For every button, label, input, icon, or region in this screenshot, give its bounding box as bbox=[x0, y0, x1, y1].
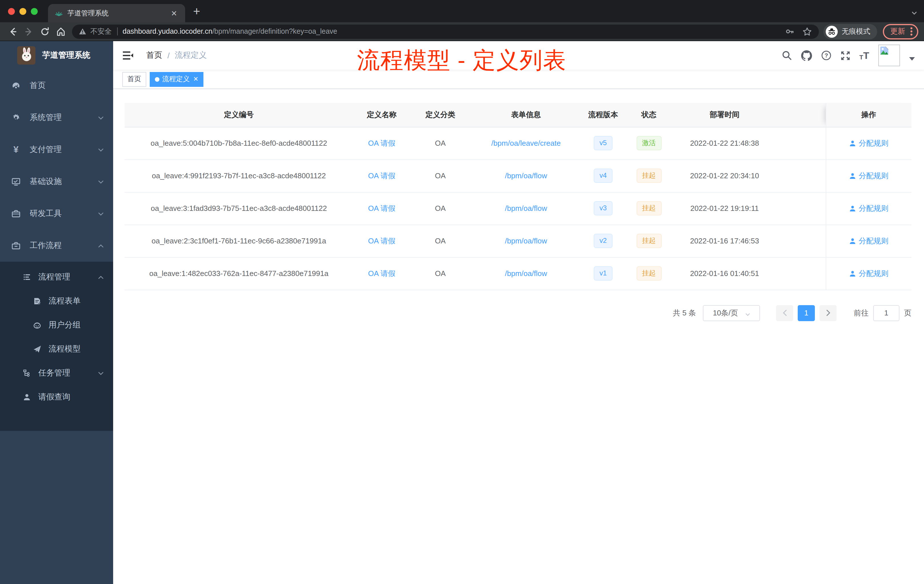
search-icon[interactable] bbox=[782, 50, 792, 61]
sidebar-collapse-icon[interactable] bbox=[122, 50, 134, 61]
chevron-up-icon bbox=[98, 243, 104, 249]
breadcrumb-separator: / bbox=[167, 51, 170, 60]
col-status: 状态 bbox=[625, 103, 673, 127]
assign-rule-button[interactable]: 分配规则 bbox=[849, 203, 889, 213]
sidebar-item-task-management[interactable]: 任务管理 bbox=[0, 361, 113, 385]
sidebar-item-process-model[interactable]: 流程模型 bbox=[0, 337, 113, 361]
window-zoom-button[interactable] bbox=[31, 8, 38, 15]
breadcrumb-home-link[interactable]: 首页 bbox=[146, 50, 162, 61]
sidebar-item-label: 首页 bbox=[30, 81, 46, 91]
sidebar-item-payment[interactable]: ¥ 支付管理 bbox=[0, 134, 113, 166]
assign-rule-button[interactable]: 分配规则 bbox=[849, 268, 889, 279]
sidebar-logo[interactable]: 芋道管理系统 bbox=[0, 41, 113, 70]
sidebar-item-label: 任务管理 bbox=[38, 368, 70, 378]
definition-name-link[interactable]: OA 请假 bbox=[368, 171, 395, 180]
pagination-total: 共 5 条 bbox=[673, 308, 696, 318]
sidebar-item-user-group[interactable]: 用户分组 bbox=[0, 313, 113, 337]
gear-icon bbox=[12, 113, 21, 122]
tag-home[interactable]: 首页 bbox=[122, 72, 146, 87]
tree-icon bbox=[23, 369, 31, 377]
browser-update-button[interactable]: 更新 bbox=[883, 24, 918, 39]
new-tab-button[interactable]: + bbox=[193, 0, 200, 22]
annotation-title: 流程模型 - 定义列表 bbox=[357, 45, 566, 76]
definition-name-link[interactable]: OA 请假 bbox=[368, 204, 395, 212]
gutter-cell bbox=[776, 159, 826, 192]
definition-name-link[interactable]: OA 请假 bbox=[368, 139, 395, 147]
assign-rule-button[interactable]: 分配规则 bbox=[849, 138, 889, 148]
svg-text:?: ? bbox=[825, 52, 828, 59]
sidebar-item-process-form[interactable]: 流程表单 bbox=[0, 289, 113, 313]
tag-process-definition[interactable]: 流程定义 ✕ bbox=[150, 72, 203, 87]
monitor-icon bbox=[12, 177, 21, 186]
sidebar-item-workflow[interactable]: 工作流程 bbox=[0, 230, 113, 262]
sidebar-item-label: 用户分组 bbox=[49, 320, 81, 330]
sidebar-item-label: 研发工具 bbox=[30, 209, 62, 219]
version-badge: v2 bbox=[594, 233, 612, 248]
chevron-down-icon bbox=[745, 310, 750, 315]
definition-name-link[interactable]: OA 请假 bbox=[368, 236, 395, 245]
deploy-time: 2022-01-22 19:19:11 bbox=[673, 192, 776, 224]
back-icon[interactable] bbox=[5, 24, 21, 39]
status-badge: 挂起 bbox=[636, 266, 662, 280]
sidebar-item-label: 系统管理 bbox=[30, 112, 62, 123]
form-info-link[interactable]: /bpm/oa/leave/create bbox=[492, 139, 561, 147]
chevron-down-icon bbox=[98, 370, 104, 376]
prev-page-button[interactable] bbox=[776, 305, 793, 321]
chevron-right-icon bbox=[825, 310, 831, 316]
tab-close-icon[interactable]: ✕ bbox=[168, 9, 180, 17]
sidebar-item-devtools[interactable]: 研发工具 bbox=[0, 198, 113, 230]
version-badge: v5 bbox=[594, 136, 612, 150]
page-unit-label: 页 bbox=[904, 308, 911, 318]
yen-icon: ¥ bbox=[12, 145, 21, 154]
pagination: 共 5 条 10条/页 1 前往 页 bbox=[125, 305, 911, 321]
chevron-down-icon bbox=[98, 147, 104, 153]
table-header-row: 定义编号 定义名称 定义分类 表单信息 流程版本 状态 部署时间 操作 bbox=[125, 103, 911, 127]
not-secure-warning-icon[interactable] bbox=[79, 28, 86, 35]
password-key-icon[interactable] bbox=[785, 27, 794, 36]
sidebar-item-label: 流程模型 bbox=[49, 344, 81, 354]
form-info-link[interactable]: /bpm/oa/flow bbox=[505, 204, 547, 213]
browser-tab[interactable]: 芋道管理系统 ✕ bbox=[48, 4, 185, 22]
forward-icon[interactable] bbox=[21, 24, 36, 39]
form-info-link[interactable]: /bpm/oa/flow bbox=[505, 237, 547, 245]
reload-icon[interactable] bbox=[36, 24, 53, 39]
goto-page-input[interactable] bbox=[873, 305, 899, 321]
sidebar-item-process-management[interactable]: 流程管理 bbox=[0, 265, 113, 289]
assign-rule-button[interactable]: 分配规则 bbox=[849, 236, 889, 246]
page-size-select[interactable]: 10条/页 bbox=[703, 305, 760, 321]
home-icon[interactable] bbox=[53, 24, 69, 39]
avatar-caret-icon[interactable] bbox=[909, 57, 915, 61]
fullscreen-icon[interactable] bbox=[841, 51, 850, 60]
font-size-icon[interactable]: TT bbox=[860, 51, 869, 60]
version-badge: v3 bbox=[594, 201, 612, 215]
sidebar-item-leave-query[interactable]: 请假查询 bbox=[0, 385, 113, 409]
window-minimize-button[interactable] bbox=[20, 8, 26, 15]
address-bar[interactable]: 不安全 dashboard.yudao.iocoder.cn/bpm/manag… bbox=[72, 24, 819, 39]
sidebar-item-system[interactable]: 系统管理 bbox=[0, 102, 113, 134]
help-icon[interactable]: ? bbox=[821, 50, 832, 61]
robot-face-icon bbox=[33, 321, 41, 329]
tag-close-icon[interactable]: ✕ bbox=[193, 76, 198, 82]
tab-search-chevron-icon[interactable] bbox=[911, 8, 917, 14]
table-row: oa_leave:5:004b710b-7b8a-11ec-8ef0-acde4… bbox=[125, 127, 911, 159]
broken-image-icon bbox=[880, 46, 889, 55]
form-info-link[interactable]: /bpm/oa/flow bbox=[505, 172, 547, 180]
definition-name-link[interactable]: OA 请假 bbox=[368, 269, 395, 277]
window-close-button[interactable] bbox=[8, 8, 15, 15]
next-page-button[interactable] bbox=[819, 305, 837, 321]
sidebar-item-home[interactable]: 首页 bbox=[0, 70, 113, 102]
github-icon[interactable] bbox=[801, 50, 812, 61]
bookmark-star-icon[interactable] bbox=[802, 26, 812, 36]
page-number-current[interactable]: 1 bbox=[798, 305, 815, 321]
assign-rule-button[interactable]: 分配规则 bbox=[849, 171, 889, 181]
address-divider bbox=[117, 27, 117, 35]
browser-tab-strip: 芋道管理系统 ✕ + bbox=[0, 0, 924, 22]
sidebar-item-infrastructure[interactable]: 基础设施 bbox=[0, 166, 113, 198]
deploy-time: 2022-01-16 01:40:51 bbox=[673, 257, 776, 290]
definition-id: oa_leave:4:991f2193-7b7f-11ec-a3c8-acde4… bbox=[125, 159, 353, 192]
update-label: 更新 bbox=[890, 26, 905, 36]
sidebar-item-label: 流程管理 bbox=[38, 272, 70, 282]
user-avatar[interactable] bbox=[878, 45, 900, 66]
form-info-link[interactable]: /bpm/oa/flow bbox=[505, 269, 547, 278]
definition-id: oa_leave:3:1fad3d93-7b75-11ec-a3c8-acde4… bbox=[125, 192, 353, 224]
